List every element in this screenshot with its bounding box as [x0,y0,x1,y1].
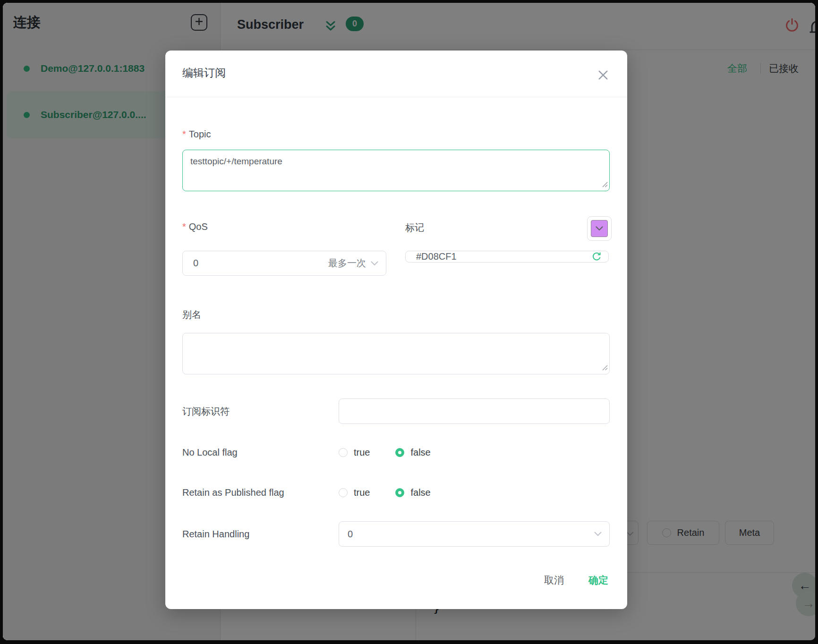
chevron-down-icon [594,530,602,538]
chevron-down-icon [371,259,378,268]
retain-as-published-true-radio[interactable]: true [339,487,370,498]
color-tag-label: 标记 [405,221,424,234]
radio-icon [339,448,348,457]
confirm-button[interactable]: 确定 [588,574,608,587]
subscription-identifier-label: 订阅标识符 [182,405,339,418]
retain-as-published-row: Retain as Published flag true false [182,481,610,504]
alias-label: 别名 [182,308,201,321]
subscription-identifier-row: 订阅标识符 [182,398,610,424]
subscription-identifier-input[interactable] [339,398,610,424]
retain-handling-value: 0 [348,529,353,540]
cancel-button[interactable]: 取消 [544,574,564,587]
color-value-input[interactable] [416,251,591,262]
retain-handling-row: Retain Handling 0 [182,521,610,547]
alias-field-box [182,333,610,374]
topic-label: *Topic [182,129,211,140]
retain-handling-label: Retain Handling [182,529,339,540]
radio-icon [395,488,404,497]
radio-icon [339,488,348,497]
required-mark: * [182,221,186,232]
radio-label: false [410,447,430,458]
no-local-label: No Local flag [182,447,339,458]
no-local-false-radio[interactable]: false [395,447,430,458]
topic-input[interactable]: testtopic/+/temperature [183,150,609,191]
dialog-header-divider [165,97,627,97]
dialog-footer: 取消 确定 [544,574,608,587]
radio-label: false [410,487,430,498]
required-mark: * [182,129,186,139]
resize-grip-icon[interactable] [602,181,608,189]
alias-input[interactable] [183,333,609,374]
retain-as-published-false-radio[interactable]: false [395,487,430,498]
color-picker-button[interactable] [587,216,612,241]
no-local-true-radio[interactable]: true [339,447,370,458]
qos-select[interactable]: 0 最多一次 [182,251,386,276]
close-dialog-button[interactable] [596,68,610,82]
color-swatch [591,220,608,237]
retain-handling-select[interactable]: 0 [339,521,610,547]
app-window: 连接 Demo@127.0.0.1:1883 Subscriber@127.0.… [3,3,815,640]
radio-label: true [354,447,370,458]
radio-icon [395,448,404,457]
edit-subscription-dialog: 编辑订阅 *Topic testtopic/+/temperature *QoS… [165,51,627,609]
color-field-box [405,251,609,263]
no-local-row: No Local flag true false [182,441,610,464]
refresh-color-icon[interactable] [591,252,602,262]
qos-label: *QoS [182,221,208,232]
qos-value: 0 [193,258,198,269]
qos-description: 最多一次 [328,257,366,270]
radio-label: true [354,487,370,498]
close-icon [596,75,610,83]
dialog-title: 编辑订阅 [182,66,226,80]
retain-as-published-label: Retain as Published flag [182,487,339,498]
resize-grip-icon[interactable] [602,364,608,373]
topic-field-box: testtopic/+/temperature [182,150,610,191]
